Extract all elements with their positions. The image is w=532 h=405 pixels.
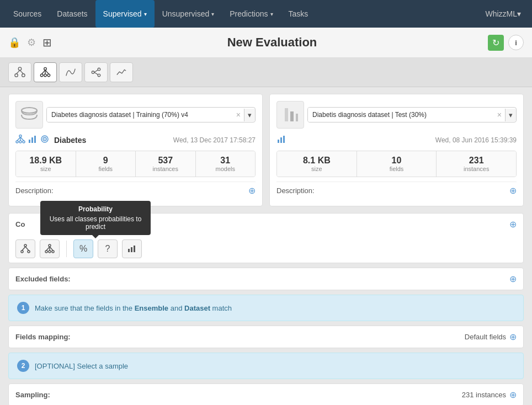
user-caret: ▾: [517, 9, 521, 18]
main-content: × ▾: [0, 87, 532, 405]
left-dataset-clear[interactable]: ×: [233, 108, 244, 121]
svg-line-22: [17, 137, 20, 141]
ensemble-word: Ensemble: [135, 304, 168, 312]
nav-sources[interactable]: Sources: [6, 0, 49, 28]
config-title: Co: [15, 220, 25, 228]
svg-point-20: [19, 141, 22, 143]
svg-rect-25: [29, 140, 30, 143]
svg-line-3: [17, 70, 20, 73]
left-dataset-name: Diabetes: [54, 136, 86, 145]
left-selector: × ▾: [15, 101, 256, 129]
svg-point-38: [21, 251, 23, 253]
fields-mapping-expand[interactable]: ⊕: [509, 332, 517, 342]
nav-predictions[interactable]: Predictions ▾: [222, 0, 280, 28]
svg-line-48: [50, 247, 53, 251]
settings-icon: ⚙: [27, 36, 36, 49]
svg-point-5: [44, 67, 47, 70]
tree-control-btn[interactable]: [15, 239, 35, 258]
tooltip-container: % Probability Uses all classes probabili…: [73, 239, 93, 258]
right-description-expand[interactable]: ⊕: [509, 185, 517, 196]
fields-mapping-section: Fields mapping: Default fields ⊕: [8, 326, 524, 348]
nav-tasks[interactable]: Tasks: [281, 0, 316, 28]
svg-rect-51: [134, 246, 135, 252]
svg-point-2: [22, 74, 25, 77]
supervised-caret: ▾: [144, 11, 147, 17]
header-actions: ↻ i: [488, 35, 524, 51]
right-dataset-info-icons: [276, 134, 286, 146]
bar-chart-btn[interactable]: [122, 239, 142, 258]
nav-datasets[interactable]: Datasets: [49, 0, 95, 28]
left-dataset-input-wrapper: × ▾: [46, 107, 256, 122]
lock-icon: 🔒: [8, 36, 20, 49]
right-description-row: Description: ⊕: [276, 182, 517, 199]
left-dataset-info-icons: [15, 134, 50, 146]
right-dataset-card: × ▾ Wed, 08 Jun 2016 15:39:39 8.1 KB: [269, 94, 524, 206]
probability-tooltip: Probability Uses all classes probabiliti…: [40, 201, 151, 235]
excluded-fields-expand[interactable]: ⊕: [509, 274, 517, 284]
left-dataset-info-row: Diabetes Wed, 13 Dec 2017 17:58:27: [15, 134, 256, 146]
predictions-caret: ▾: [270, 11, 273, 17]
nav-unsupervised[interactable]: Unsupervised ▾: [155, 0, 222, 28]
excluded-fields-section: Excluded fields: ⊕: [8, 268, 524, 290]
tab-tree[interactable]: [8, 62, 31, 82]
sampling-section: Sampling: 231 instances ⊕: [8, 383, 524, 405]
svg-line-40: [22, 247, 25, 251]
svg-point-30: [44, 138, 45, 140]
info-num-1: 1: [17, 302, 29, 314]
right-dataset-date: Wed, 08 Jun 2016 15:39:39: [435, 136, 517, 144]
ensemble-control-btn[interactable]: [40, 239, 60, 258]
svg-rect-31: [285, 108, 288, 121]
right-dataset-clear[interactable]: ×: [494, 108, 505, 121]
svg-line-46: [46, 247, 50, 251]
left-dataset-input[interactable]: [47, 108, 233, 122]
svg-point-1: [15, 74, 18, 77]
svg-point-42: [49, 244, 51, 247]
question-btn[interactable]: ?: [98, 239, 118, 258]
left-stat-instances: 537 instances: [136, 151, 196, 177]
probability-btn[interactable]: %: [73, 239, 93, 258]
svg-point-18: [19, 135, 22, 137]
refresh-button[interactable]: ↻: [488, 35, 504, 51]
dataset-selectors: × ▾: [8, 94, 524, 206]
tab-logistic[interactable]: [59, 62, 82, 82]
right-dataset-input[interactable]: [308, 108, 494, 122]
page-title: New Evaluation: [56, 35, 488, 50]
tooltip-text: Uses all classes probabilities to predic…: [47, 215, 144, 231]
config-controls: % Probability Uses all classes probabili…: [9, 235, 523, 263]
top-nav: Sources Datasets Supervised ▾ Unsupervis…: [0, 0, 532, 28]
svg-point-12: [92, 71, 94, 74]
left-description-label: Description:: [15, 186, 54, 195]
fields-mapping-right: Default fields ⊕: [465, 332, 517, 342]
left-dataset-dropdown[interactable]: ▾: [244, 109, 255, 121]
svg-point-21: [23, 141, 25, 143]
left-stats-grid: 18.9 KB size 9 fields 537 instances 31 m…: [15, 151, 256, 177]
svg-point-17: [22, 108, 37, 113]
svg-point-8: [47, 74, 50, 77]
sampling-expand[interactable]: ⊕: [509, 390, 517, 400]
info-button[interactable]: i: [508, 35, 524, 50]
svg-point-43: [45, 251, 47, 253]
info-section-1: 1 Make sure that the fields in the Ensem…: [8, 295, 524, 321]
svg-line-11: [45, 70, 49, 74]
right-dataset-dropdown[interactable]: ▾: [505, 109, 516, 121]
left-dataset-card: × ▾: [8, 94, 263, 206]
tab-timeseries[interactable]: [110, 62, 133, 82]
left-dataset-icon: [15, 101, 43, 129]
svg-point-37: [24, 244, 26, 247]
svg-point-14: [98, 74, 100, 77]
left-stat-models: 31 models: [196, 151, 256, 177]
tab-ensemble[interactable]: [34, 62, 57, 82]
dataset-word: Dataset: [184, 304, 210, 312]
config-expand[interactable]: ⊕: [509, 219, 517, 230]
svg-rect-34: [278, 140, 279, 143]
sampling-value: 231 instances: [462, 391, 506, 399]
tooltip-title: Probability: [47, 205, 144, 213]
svg-rect-35: [280, 137, 282, 143]
nav-supervised[interactable]: Supervised ▾: [95, 0, 155, 28]
tab-network[interactable]: [84, 62, 108, 82]
left-chart-icon: [28, 134, 38, 146]
fields-mapping-label: Fields mapping:: [15, 333, 71, 341]
svg-rect-33: [296, 114, 298, 121]
nav-user[interactable]: WhizzML ▾: [480, 9, 526, 18]
left-description-expand[interactable]: ⊕: [248, 185, 256, 196]
